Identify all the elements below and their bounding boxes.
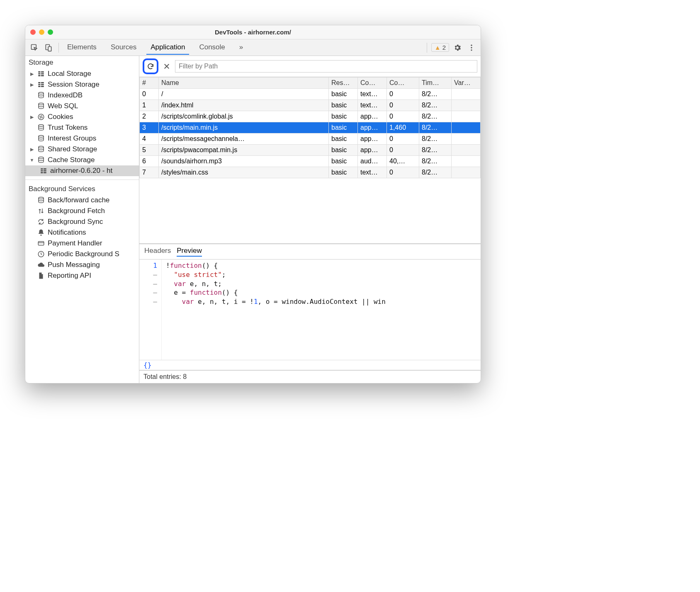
sidebar-item-label: Trust Tokens [48,124,88,132]
disclosure-arrow-icon[interactable]: ▶ [29,71,34,77]
filter-input[interactable] [175,60,477,73]
sidebar-item-label: Background Sync [48,218,103,226]
db-icon [37,156,45,164]
table-row[interactable]: 7/styles/main.cssbasictext…08/2… [140,167,481,178]
grid-icon [39,167,48,175]
sidebar-item-interest-groups[interactable]: Interest Groups [25,133,139,144]
sidebar-item-periodic-background-s[interactable]: Periodic Background S [25,249,139,260]
disclosure-arrow-icon[interactable]: ▶ [29,114,34,120]
cell-size: 0 [387,145,419,156]
inspect-element-icon[interactable] [29,42,40,53]
tabs-overflow-icon[interactable]: » [235,41,247,55]
cell-time: 8/2… [419,145,452,156]
preview-code: 1–––– !function() { "use strict"; var e,… [139,260,481,360]
disclosure-arrow-icon[interactable]: ▶ [29,147,34,152]
sidebar-item-label: Web SQL [48,102,78,110]
sidebar-item-airhorner-0-6-20-ht[interactable]: airhorner-0.6.20 - ht [25,165,139,176]
cell-name: /scripts/messagechannela… [159,133,329,145]
cell-idx: 0 [140,89,159,100]
table-row[interactable]: 1/index.htmlbasictext…08/2… [140,100,481,111]
cell-var [452,145,481,156]
sidebar-item-back-forward-cache[interactable]: Back/forward cache [25,195,139,206]
warnings-count: 2 [442,44,446,51]
svg-rect-16 [38,86,40,87]
sidebar-item-notifications[interactable]: Notifications [25,227,139,238]
sidebar-item-reporting-api[interactable]: Reporting API [25,270,139,281]
detail-tab-preview[interactable]: Preview [177,247,202,257]
cell-res: basic [329,167,358,178]
sidebar-item-shared-storage[interactable]: ▶Shared Storage [25,144,139,155]
grid-icon [37,70,45,78]
divider [427,43,427,53]
cell-size: 0 [387,111,419,122]
sidebar-item-session-storage[interactable]: ▶Session Storage [25,79,139,90]
detail-tab-headers[interactable]: Headers [144,247,171,257]
sidebar-section-bg: Background Services [25,182,139,195]
table-row[interactable]: 2/scripts/comlink.global.jsbasicapp…08/2… [140,111,481,122]
svg-rect-33 [41,172,43,173]
column-header[interactable]: Tim… [419,78,452,89]
sidebar-item-indexeddb[interactable]: IndexedDB [25,90,139,101]
cell-var [452,100,481,111]
table-row[interactable]: 0/basictext…08/2… [140,89,481,100]
disclosure-arrow-icon[interactable]: ▶ [29,82,34,87]
cell-ct: text… [358,89,387,100]
detail-tabs: HeadersPreview [139,244,481,260]
cell-var [452,89,481,100]
column-header[interactable]: Name [159,78,329,89]
sidebar-item-cache-storage[interactable]: ▼Cache Storage [25,155,139,165]
svg-rect-8 [38,73,40,75]
tab-console[interactable]: Console [195,41,229,55]
svg-rect-34 [44,172,46,173]
cell-ct: aud… [358,156,387,167]
cell-res: basic [329,100,358,111]
cell-res: basic [329,111,358,122]
tab-application[interactable]: Application [146,41,189,55]
sidebar-item-web-sql[interactable]: Web SQL [25,101,139,112]
sidebar-item-label: Local Storage [48,70,91,78]
tab-sources[interactable]: Sources [107,41,141,55]
card-icon [37,240,45,247]
cell-ct: app… [358,133,387,145]
refresh-button[interactable] [146,61,156,71]
column-header[interactable]: Var… [452,78,481,89]
column-header[interactable]: Co… [358,78,387,89]
sidebar-item-cookies[interactable]: ▶Cookies [25,112,139,122]
filter-toolbar [139,56,481,77]
line-gutter: 1–––– [139,260,162,360]
cell-var [452,167,481,178]
db-icon [37,197,45,204]
bell-icon [37,229,45,236]
column-header[interactable]: # [140,78,159,89]
cell-ct: app… [358,145,387,156]
cell-name: /scripts/main.min.js [159,122,329,133]
sidebar-section-storage: Storage [25,56,139,68]
warnings-badge[interactable]: ▲ 2 [431,43,449,52]
column-header[interactable]: Res… [329,78,358,89]
sidebar-item-background-fetch[interactable]: Background Fetch [25,206,139,216]
sidebar-item-local-storage[interactable]: ▶Local Storage [25,68,139,79]
disclosure-arrow-icon[interactable]: ▼ [29,158,34,163]
svg-rect-7 [41,71,44,73]
device-toolbar-icon[interactable] [43,42,54,53]
sidebar-item-trust-tokens[interactable]: Trust Tokens [25,122,139,133]
cloud-icon [37,261,45,269]
table-row[interactable]: 6/sounds/airhorn.mp3basicaud…40,…8/2… [140,156,481,167]
sidebar-item-payment-handler[interactable]: Payment Handler [25,238,139,249]
pretty-print-button[interactable]: {} [139,360,481,370]
table-row[interactable]: 3/scripts/main.min.jsbasicapp…1,4608/2… [140,122,481,133]
cell-time: 8/2… [419,133,452,145]
table-row[interactable]: 5/scripts/pwacompat.min.jsbasicapp…08/2… [140,145,481,156]
sidebar-item-push-messaging[interactable]: Push Messaging [25,260,139,270]
tab-elements[interactable]: Elements [63,41,101,55]
svg-rect-14 [38,84,40,85]
cell-res: basic [329,145,358,156]
svg-rect-10 [38,75,40,76]
table-row[interactable]: 4/scripts/messagechannela…basicapp…08/2… [140,133,481,145]
settings-icon[interactable] [452,42,463,53]
sidebar-item-background-sync[interactable]: Background Sync [25,216,139,227]
delete-button[interactable] [162,61,172,71]
cell-name: /sounds/airhorn.mp3 [159,156,329,167]
column-header[interactable]: Co… [387,78,419,89]
kebab-menu-icon[interactable] [466,42,477,53]
